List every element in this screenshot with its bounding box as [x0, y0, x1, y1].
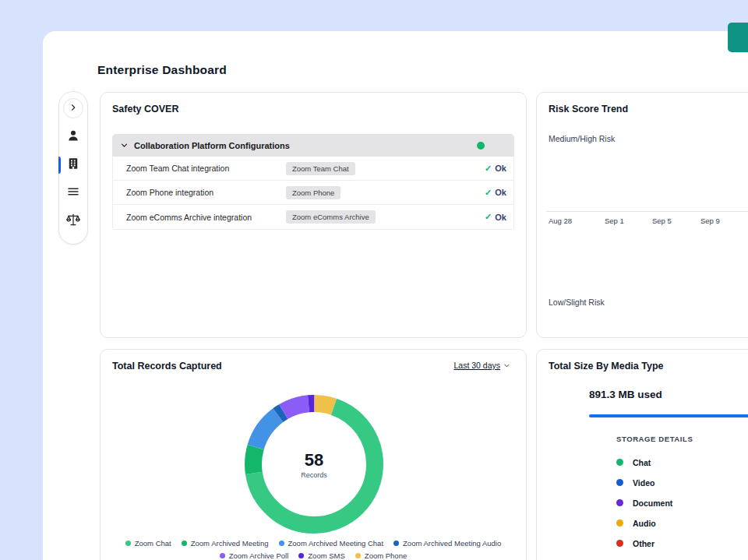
legend-label: Zoom SMS [308, 551, 345, 560]
storage-legend-item: Audio [616, 518, 672, 528]
legend-item: Zoom Phone [355, 551, 407, 560]
check-icon: ✓ [485, 212, 492, 222]
donut-center: 58 Records [244, 394, 384, 534]
legend-dot [355, 553, 361, 558]
legend-item: Zoom Archived Meeting [182, 539, 269, 548]
legend-item: Zoom SMS [298, 551, 345, 560]
status-ok: ✓Ok [485, 212, 506, 222]
legend-label: Chat [633, 458, 651, 467]
records-legend: Zoom Chat Zoom Archived Meeting Zoom Arc… [101, 539, 526, 560]
status-ok: ✓Ok [485, 188, 506, 198]
date-range-label: Last 30 days [453, 361, 500, 370]
legend-label: Zoom Archived Meeting [191, 539, 269, 548]
storage-card: Total Size By Media Type 891.3 MB used S… [536, 349, 748, 560]
collaboration-config-header[interactable]: Collaboration Platform Configurations [112, 134, 514, 157]
integration-badge: Zoom Phone [286, 186, 340, 199]
legend-dot [616, 479, 623, 486]
sidebar [58, 91, 88, 245]
storage-used-label: 891.3 MB used [589, 389, 662, 400]
page: Enterprise Dashboard [0, 0, 748, 560]
risk-x-tick: Sep 5 [652, 217, 672, 225]
legend-dot [616, 499, 623, 506]
risk-y-label-top: Medium/High Risk [549, 134, 615, 143]
legend-row: Zoom Chat Zoom Archived Meeting Zoom Arc… [125, 539, 502, 548]
legend-dot [279, 541, 284, 546]
legend-row: Zoom Archive Poll Zoom SMS Zoom Phone [220, 551, 407, 560]
risk-x-tick: Aug 28 [549, 217, 572, 225]
risk-score-trend-card: Risk Score Trend Medium/High Risk Aug 28… [536, 92, 748, 338]
legend-item: Zoom Archive Poll [220, 551, 289, 560]
storage-legend-item: Document [616, 498, 672, 508]
legend-dot [616, 540, 623, 547]
storage-details-heading: STORAGE DETAILS [616, 435, 693, 443]
check-icon: ✓ [485, 164, 492, 174]
building-icon [66, 157, 80, 174]
legend-dot [298, 553, 304, 558]
integration-badge: Zoom eComms Archive [286, 210, 376, 224]
legend-label: Zoom Archived Meeting Chat [288, 539, 384, 548]
risk-x-tick: Sep 9 [700, 217, 720, 225]
legend-item: Zoom Chat [125, 539, 171, 548]
sidebar-item-users[interactable] [59, 128, 87, 146]
legend-label: Audio [633, 519, 656, 528]
legend-dot [616, 459, 623, 466]
risk-x-axis [546, 211, 748, 212]
safety-cover-card: Safety COVER Collaboration Platform Conf… [100, 92, 527, 338]
legend-dot [125, 541, 131, 546]
records-count: 58 [305, 450, 323, 470]
risk-y-label-bottom: Low/Slight Risk [549, 298, 605, 307]
integration-label: Zoom Phone integration [126, 188, 213, 197]
legend-label: Zoom Archive Poll [229, 551, 289, 560]
integration-row: Zoom Team Chat integration Zoom Team Cha… [113, 157, 513, 181]
status-text: Ok [495, 188, 506, 197]
active-item-indicator [58, 157, 61, 174]
legend-label: Other [633, 539, 654, 548]
storage-usage-bar [589, 414, 748, 417]
total-records-title: Total Records Captured [112, 361, 222, 372]
integration-label: Zoom eComms Archive integration [126, 213, 252, 222]
sidebar-item-compliance[interactable] [59, 212, 87, 231]
records-donut-chart: 58 Records [244, 394, 384, 534]
chevron-down-icon [120, 139, 129, 153]
user-icon [66, 129, 80, 146]
chevron-down-icon [503, 362, 510, 369]
legend-label: Zoom Phone [365, 551, 407, 560]
status-text: Ok [495, 213, 506, 222]
collaboration-config-group: Collaboration Platform Configurations Zo… [112, 134, 514, 230]
sidebar-item-policies[interactable] [59, 184, 87, 203]
scales-icon [65, 212, 81, 231]
safety-cover-title: Safety COVER [112, 104, 178, 114]
floating-button-partial[interactable] [728, 23, 748, 52]
legend-label: Video [633, 478, 654, 488]
group-status-dot [477, 142, 485, 150]
integration-label: Zoom Team Chat integration [126, 164, 229, 173]
sidebar-item-organization[interactable] [59, 156, 87, 174]
legend-dot [220, 553, 225, 558]
page-title: Enterprise Dashboard [97, 63, 227, 77]
expand-sidebar-button[interactable] [63, 98, 83, 118]
records-count-label: Records [301, 471, 327, 479]
storage-title: Total Size By Media Type [549, 361, 664, 372]
storage-legend-item: Video [616, 477, 672, 488]
status-text: Ok [495, 164, 506, 173]
storage-legend-item: Other [616, 538, 672, 548]
risk-x-tick: Sep 1 [605, 217, 624, 225]
check-icon: ✓ [485, 188, 492, 198]
list-icon [66, 185, 80, 202]
integration-badge: Zoom Team Chat [286, 162, 355, 175]
legend-item: Zoom Archived Meeting Audio [393, 539, 501, 548]
legend-dot [616, 519, 623, 527]
group-label: Collaboration Platform Configurations [134, 141, 290, 150]
storage-legend: Chat Video Document Audio Other [616, 457, 672, 548]
status-ok: ✓Ok [485, 164, 506, 174]
integration-rows: Zoom Team Chat integration Zoom Team Cha… [112, 157, 514, 230]
legend-dot [182, 541, 187, 546]
legend-label: Document [633, 498, 672, 508]
date-range-selector[interactable]: Last 30 days [453, 361, 510, 370]
risk-trend-title: Risk Score Trend [549, 104, 628, 114]
legend-item: Zoom Archived Meeting Chat [279, 539, 384, 548]
legend-label: Zoom Chat [135, 539, 171, 548]
chevron-right-icon [69, 103, 78, 114]
integration-row: Zoom Phone integration Zoom Phone ✓Ok [113, 181, 513, 205]
storage-legend-item: Chat [616, 457, 672, 467]
